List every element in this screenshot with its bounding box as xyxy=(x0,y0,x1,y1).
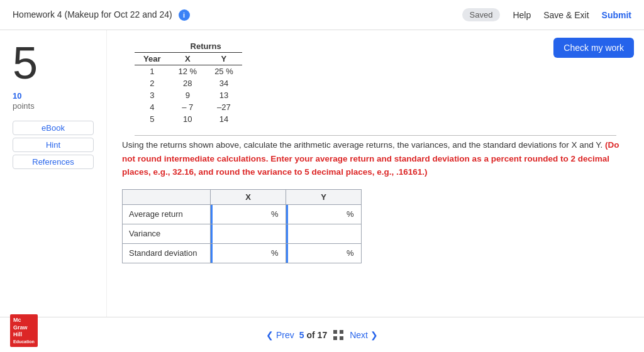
question-number: 5 xyxy=(13,40,94,85)
points-value: 10 xyxy=(13,91,21,101)
std-dev-x-cell: % xyxy=(211,243,286,263)
header-title: Homework 4 (Makeup for Oct 22 and 24) i xyxy=(13,9,462,21)
variance-x-cell xyxy=(211,224,286,243)
homework-title: Homework 4 (Makeup for Oct 22 and 24) xyxy=(13,9,172,19)
variance-row: Variance xyxy=(123,224,362,243)
description: Using the returns shown above, calculate… xyxy=(122,138,629,179)
points-info: 10 points xyxy=(13,91,94,111)
prev-label: Prev xyxy=(276,330,294,340)
average-return-x-unit: % xyxy=(267,206,282,222)
sidebar: 5 10 points eBook Hint References xyxy=(0,30,107,317)
variance-y-unit xyxy=(343,231,350,237)
col-y: Y xyxy=(206,53,242,65)
ebook-button[interactable]: eBook xyxy=(13,121,94,135)
col-x: X xyxy=(169,53,206,65)
submit-link[interactable]: Submit xyxy=(602,10,631,20)
svg-rect-1 xyxy=(340,330,343,334)
variance-x-unit xyxy=(267,231,275,237)
grid-icon[interactable] xyxy=(332,329,345,341)
prev-chevron-icon: ❮ xyxy=(266,330,274,340)
help-link[interactable]: Help xyxy=(513,10,531,20)
variance-x-input[interactable] xyxy=(211,224,267,243)
variance-y-cell xyxy=(286,224,362,243)
average-return-y-cell: % xyxy=(286,204,362,224)
description-part1: Using the returns shown above, calculate… xyxy=(122,140,602,150)
svg-rect-0 xyxy=(333,330,337,334)
answer-table: X Y Average return % xyxy=(122,189,362,263)
table-row: 3913 xyxy=(135,89,242,101)
sidebar-links: eBook Hint References xyxy=(13,121,94,169)
std-dev-x-input[interactable] xyxy=(211,244,267,263)
col-year: Year xyxy=(135,53,169,65)
svg-rect-2 xyxy=(333,336,337,340)
average-return-x-input[interactable] xyxy=(211,205,267,224)
returns-table: Returns Year X Y 112 %25 % 22834 3913 xyxy=(135,40,242,125)
answer-header-x: X xyxy=(211,189,286,204)
content-area: 5 10 points eBook Hint References Check … xyxy=(0,30,644,317)
table-row: 112 %25 % xyxy=(135,65,242,78)
average-return-y-unit: % xyxy=(343,206,358,222)
main-content: Check my work Returns Year X Y 112 %25 % xyxy=(107,30,644,317)
references-button[interactable]: References xyxy=(13,155,94,169)
returns-caption: Returns xyxy=(169,40,242,53)
prev-button[interactable]: ❮ Prev xyxy=(266,330,294,340)
saved-badge: Saved xyxy=(462,8,501,21)
svg-rect-3 xyxy=(340,336,343,340)
std-dev-label: Standard deviation xyxy=(123,243,211,263)
table-row: 4– 7–27 xyxy=(135,101,242,113)
points-label: points xyxy=(13,101,35,111)
info-icon[interactable]: i xyxy=(179,9,190,21)
average-return-row: Average return % % xyxy=(123,204,362,224)
hint-button[interactable]: Hint xyxy=(13,138,94,152)
current-page: 5 xyxy=(299,330,304,340)
table-row: 51014 xyxy=(135,113,242,125)
answer-header-empty xyxy=(123,189,211,204)
next-button[interactable]: Next ❯ xyxy=(350,330,378,340)
average-return-label: Average return xyxy=(123,204,211,224)
std-dev-x-unit: % xyxy=(267,245,282,261)
mcgraw-hill-logo: Mc Graw Hill Education xyxy=(10,314,38,347)
table-row: 22834 xyxy=(135,77,242,89)
total-pages: 17 xyxy=(318,330,328,340)
footer-nav: ❮ Prev 5 of 17 Next ❯ xyxy=(266,329,378,341)
std-dev-row: Standard deviation % % xyxy=(123,243,362,263)
variance-label: Variance xyxy=(123,224,211,243)
std-dev-y-input[interactable] xyxy=(286,244,343,263)
returns-year-header xyxy=(135,40,169,53)
page-info: 5 of 17 xyxy=(299,330,327,340)
variance-y-input[interactable] xyxy=(286,224,343,243)
next-label: Next xyxy=(350,330,368,340)
header: Homework 4 (Makeup for Oct 22 and 24) i … xyxy=(0,0,644,30)
next-chevron-icon: ❯ xyxy=(370,330,378,340)
std-dev-y-unit: % xyxy=(343,245,358,261)
save-exit-link[interactable]: Save & Exit xyxy=(543,10,589,20)
average-return-y-input[interactable] xyxy=(286,205,343,224)
check-my-work-button[interactable]: Check my work xyxy=(553,38,634,58)
average-return-x-cell: % xyxy=(211,204,286,224)
std-dev-y-cell: % xyxy=(286,243,362,263)
footer: Mc Graw Hill Education ❮ Prev 5 of 17 Ne… xyxy=(0,317,644,352)
header-actions: Help Save & Exit Submit xyxy=(513,10,631,20)
divider xyxy=(135,135,616,136)
answer-header-y: Y xyxy=(286,189,362,204)
